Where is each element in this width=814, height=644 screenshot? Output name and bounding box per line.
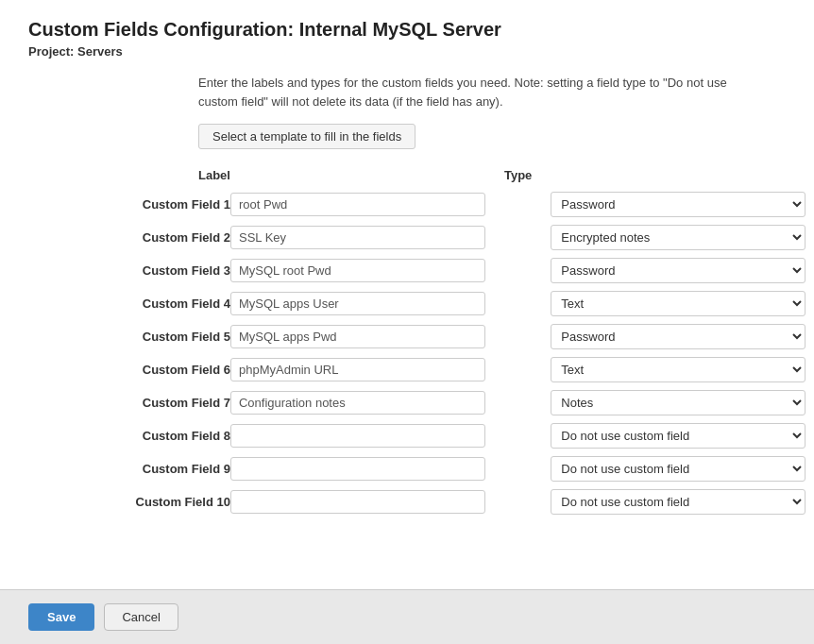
field-input-3[interactable] <box>230 259 485 282</box>
page-title: Custom Fields Configuration: Internal My… <box>28 19 786 41</box>
field-input-10[interactable] <box>230 490 485 514</box>
field-label-3: Custom Field 3 <box>28 254 230 287</box>
table-row: Custom Field 1PasswordTextNotesEncrypted… <box>28 188 806 221</box>
type-column-header: Type <box>230 168 532 188</box>
table-row: Custom Field 8PasswordTextNotesEncrypted… <box>28 419 806 452</box>
save-button[interactable]: Save <box>28 603 94 631</box>
field-type-select-3[interactable]: PasswordTextNotesEncrypted notesDo not u… <box>551 258 806 283</box>
field-type-select-2[interactable]: PasswordTextNotesEncrypted notesDo not u… <box>551 225 806 250</box>
table-row: Custom Field 5PasswordTextNotesEncrypted… <box>28 320 806 353</box>
field-type-select-10[interactable]: PasswordTextNotesEncrypted notesDo not u… <box>551 489 806 515</box>
table-row: Custom Field 10PasswordTextNotesEncrypte… <box>28 485 806 518</box>
field-input-1[interactable] <box>230 193 485 216</box>
footer-bar: Save Cancel <box>0 589 814 644</box>
cancel-button[interactable]: Cancel <box>104 603 178 631</box>
field-type-select-7[interactable]: PasswordTextNotesEncrypted notesDo not u… <box>551 390 806 415</box>
description-text: Enter the labels and types for the custo… <box>198 76 727 109</box>
field-input-6[interactable] <box>230 358 485 381</box>
field-type-select-9[interactable]: PasswordTextNotesEncrypted notesDo not u… <box>551 456 806 482</box>
field-input-7[interactable] <box>230 391 485 415</box>
field-label-5: Custom Field 5 <box>28 320 230 353</box>
field-label-2: Custom Field 2 <box>28 221 230 254</box>
fields-table: Label Type Custom Field 1PasswordTextNot… <box>28 168 806 518</box>
field-type-select-6[interactable]: PasswordTextNotesEncrypted notesDo not u… <box>551 357 806 382</box>
field-input-4[interactable] <box>230 292 485 315</box>
field-label-7: Custom Field 7 <box>28 386 230 419</box>
page-wrapper: Custom Fields Configuration: Internal My… <box>0 0 814 644</box>
field-type-select-8[interactable]: PasswordTextNotesEncrypted notesDo not u… <box>551 423 806 449</box>
table-row: Custom Field 3PasswordTextNotesEncrypted… <box>28 254 806 287</box>
field-label-10: Custom Field 10 <box>28 485 230 518</box>
table-row: Custom Field 7PasswordTextNotesEncrypted… <box>28 386 806 419</box>
table-row: Custom Field 9PasswordTextNotesEncrypted… <box>28 452 806 485</box>
label-column-header: Label <box>28 168 230 188</box>
field-label-8: Custom Field 8 <box>28 419 230 452</box>
field-input-5[interactable] <box>230 325 485 348</box>
field-label-4: Custom Field 4 <box>28 287 230 320</box>
project-label: Project: Servers <box>28 44 786 59</box>
field-type-select-1[interactable]: PasswordTextNotesEncrypted notesDo not u… <box>551 192 806 217</box>
main-content: Custom Fields Configuration: Internal My… <box>0 0 814 589</box>
field-label-1: Custom Field 1 <box>28 188 230 221</box>
table-row: Custom Field 6PasswordTextNotesEncrypted… <box>28 353 806 386</box>
table-header-row: Label Type <box>28 168 806 188</box>
table-row: Custom Field 2PasswordTextNotesEncrypted… <box>28 221 806 254</box>
field-input-9[interactable] <box>230 457 485 481</box>
table-row: Custom Field 4PasswordTextNotesEncrypted… <box>28 287 806 320</box>
field-type-select-5[interactable]: PasswordTextNotesEncrypted notesDo not u… <box>551 324 806 349</box>
field-input-2[interactable] <box>230 226 485 249</box>
field-input-8[interactable] <box>230 424 485 448</box>
field-type-select-4[interactable]: PasswordTextNotesEncrypted notesDo not u… <box>551 291 806 316</box>
field-label-6: Custom Field 6 <box>28 353 230 386</box>
field-label-9: Custom Field 9 <box>28 452 230 485</box>
select-template-button[interactable]: Select a template to fill in the fields <box>198 124 415 149</box>
description: Enter the labels and types for the custo… <box>198 74 746 110</box>
